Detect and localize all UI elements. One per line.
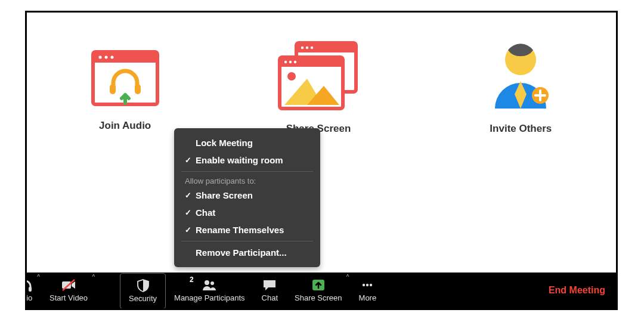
shield-icon: [135, 279, 151, 292]
join-audio-icon: [89, 48, 161, 108]
divider: [181, 241, 313, 242]
manage-participants-button[interactable]: 2 Manage Participants: [166, 273, 253, 308]
svg-rect-6: [135, 84, 141, 94]
menu-item-allow-share[interactable]: ✓ Share Screen: [174, 187, 320, 204]
chevron-up-icon[interactable]: ^: [92, 274, 95, 280]
svg-point-14: [284, 61, 287, 63]
chat-icon: [262, 278, 277, 292]
svg-point-17: [287, 72, 296, 80]
menu-item-waiting-room[interactable]: ✓ Enable waiting room: [174, 151, 320, 169]
invite-others-icon: [488, 39, 553, 111]
toolbar-label: Manage Participants: [174, 293, 245, 302]
toolbar: ^ udio ^ Start Video Security 2 Manage P…: [27, 273, 616, 308]
toolbar-label: Start Video: [49, 293, 88, 302]
video-off-icon: [61, 278, 76, 292]
svg-point-28: [210, 281, 214, 285]
svg-rect-1: [93, 52, 157, 63]
svg-point-27: [205, 280, 209, 285]
svg-point-32: [370, 284, 372, 286]
svg-point-31: [366, 284, 369, 286]
ellipsis-icon: [360, 278, 375, 292]
menu-item-allow-rename[interactable]: ✓ Rename Themselves: [174, 221, 320, 239]
invite-others-label: Invite Others: [488, 123, 553, 135]
svg-point-16: [294, 61, 296, 63]
chat-button[interactable]: Chat: [253, 273, 286, 308]
svg-point-30: [363, 284, 365, 286]
menu-item-allow-chat[interactable]: ✓ Chat: [174, 204, 320, 221]
toolbar-label: udio: [25, 293, 32, 302]
share-icon: [311, 278, 326, 292]
security-button[interactable]: Security: [120, 273, 166, 309]
audio-button[interactable]: ^ udio: [25, 273, 41, 308]
allow-participants-header: Allow participants to:: [174, 174, 320, 187]
svg-point-15: [289, 61, 292, 63]
invite-others-tile[interactable]: Invite Others: [488, 48, 553, 135]
more-button[interactable]: More: [351, 273, 385, 308]
toolbar-label: Chat: [262, 293, 278, 302]
headphones-icon: [25, 278, 33, 292]
svg-point-9: [301, 47, 304, 49]
participant-count-badge: 2: [190, 275, 194, 284]
share-screen-tile[interactable]: Share Screen: [274, 48, 363, 135]
chevron-up-icon[interactable]: ^: [37, 274, 40, 280]
share-screen-button[interactable]: ^ Share Screen: [286, 273, 351, 308]
menu-item-label: Rename Themselves: [196, 225, 284, 235]
end-meeting-button[interactable]: End Meeting: [549, 285, 605, 296]
divider: [181, 171, 313, 172]
svg-point-3: [104, 56, 107, 59]
menu-item-remove-participant[interactable]: Remove Participant...: [174, 244, 320, 261]
svg-rect-23: [29, 287, 32, 292]
share-screen-icon: [274, 39, 363, 111]
check-icon: ✓: [185, 191, 196, 200]
start-video-button[interactable]: ^ Start Video: [41, 273, 96, 308]
participants-icon: [202, 278, 217, 292]
svg-rect-8: [296, 43, 356, 52]
join-audio-tile[interactable]: Join Audio: [89, 48, 161, 135]
menu-item-label: Remove Participant...: [196, 247, 287, 258]
toolbar-label: More: [359, 293, 377, 302]
svg-point-2: [98, 56, 101, 59]
meeting-window: Join Audio Share Screen: [25, 11, 618, 310]
menu-item-label: Enable waiting room: [196, 155, 283, 165]
svg-point-11: [311, 47, 313, 49]
svg-point-4: [110, 56, 113, 59]
menu-item-label: Chat: [196, 208, 215, 218]
check-icon: ✓: [185, 225, 196, 234]
svg-point-10: [306, 47, 308, 49]
check-icon: ✓: [185, 156, 196, 165]
main-tiles: Join Audio Share Screen: [27, 48, 616, 135]
toolbar-label: Share Screen: [295, 293, 342, 302]
svg-rect-5: [110, 84, 116, 94]
menu-item-lock-meeting[interactable]: Lock Meeting: [174, 134, 320, 151]
join-audio-label: Join Audio: [89, 120, 161, 132]
check-icon: ✓: [185, 208, 196, 217]
menu-item-label: Lock Meeting: [196, 138, 253, 148]
menu-item-label: Share Screen: [196, 190, 253, 200]
security-menu: Lock Meeting ✓ Enable waiting room Allow…: [174, 128, 320, 267]
chevron-up-icon[interactable]: ^: [346, 274, 349, 280]
toolbar-label: Security: [129, 294, 157, 303]
